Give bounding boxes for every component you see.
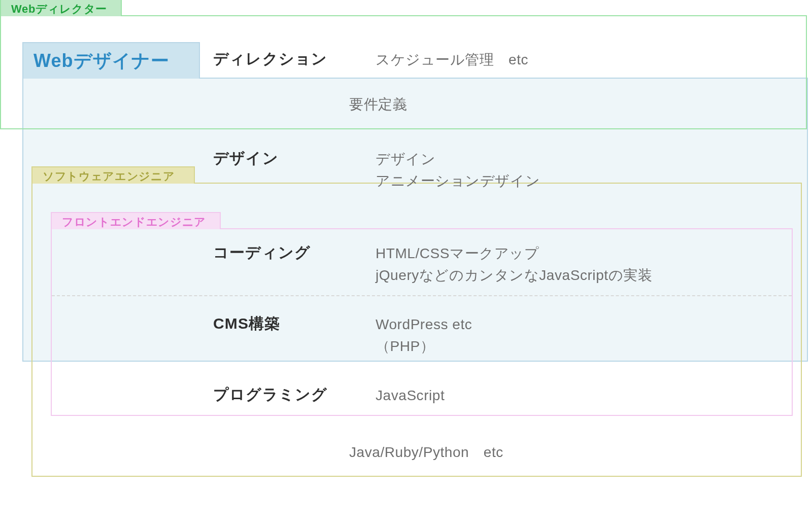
role-tab-frontend-engineer: フロントエンドエンジニア	[51, 212, 221, 229]
role-label: ソフトウェアエンジニア	[43, 169, 175, 184]
role-box-web-director: Webディレクター	[0, 15, 807, 129]
role-box-frontend-engineer: フロントエンドエンジニア	[51, 228, 793, 416]
role-label: Webディレクター	[11, 2, 107, 17]
diagram-canvas: Webデザイナー ソフトウェアエンジニア Webディレクター フロントエンドエン…	[0, 0, 812, 527]
role-label: フロントエンドエンジニア	[62, 215, 206, 230]
role-tab-software-engineer: ソフトウェアエンジニア	[31, 166, 195, 184]
dashed-divider	[52, 295, 792, 296]
role-tab-web-director: Webディレクター	[0, 0, 122, 16]
